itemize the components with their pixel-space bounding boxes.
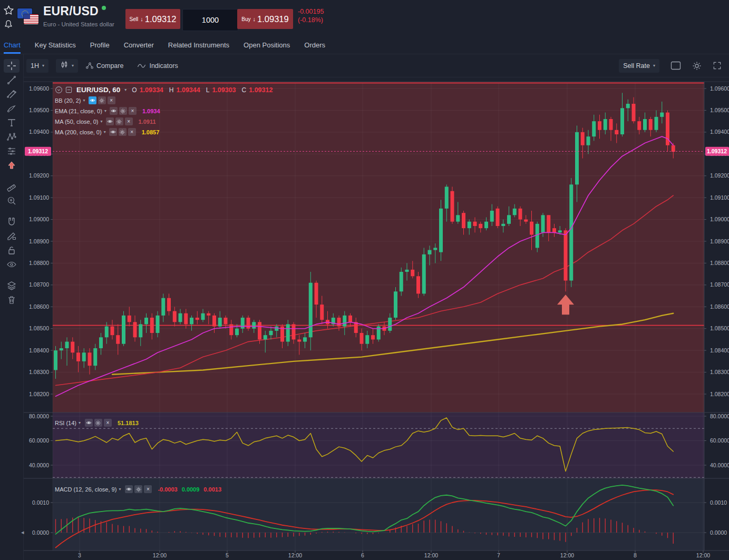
macd-legend: MACD (12, 26, close, 9) ▾ × -0.0003 0.00…	[55, 485, 221, 495]
svg-text:1.09400: 1.09400	[710, 129, 729, 135]
trading-platform: EUR/USD Euro - United States dollar Sell…	[0, 0, 729, 560]
close-icon[interactable]: ×	[104, 419, 112, 427]
svg-text:80.0000: 80.0000	[29, 413, 49, 419]
svg-text:12:00: 12:00	[153, 552, 167, 558]
gear-icon[interactable]	[119, 128, 127, 136]
eye-icon[interactable]	[89, 96, 96, 104]
close-icon[interactable]: ×	[128, 128, 136, 136]
indicator-label-ema[interactable]: EMA (21, close, 0)	[55, 108, 102, 114]
eye-icon[interactable]	[109, 128, 117, 136]
open-value: 1.09334	[140, 86, 163, 94]
svg-text:0.0000: 0.0000	[32, 529, 49, 536]
svg-text:1.08200: 1.08200	[710, 391, 729, 397]
gear-icon[interactable]	[115, 117, 123, 125]
svg-text:1.08500: 1.08500	[710, 325, 729, 331]
svg-text:1.08700: 1.08700	[29, 281, 49, 288]
svg-text:8: 8	[634, 552, 637, 558]
svg-text:1.09312: 1.09312	[707, 148, 727, 154]
svg-text:7: 7	[497, 552, 500, 558]
eye-icon[interactable]	[106, 117, 114, 125]
svg-text:12:00: 12:00	[424, 552, 438, 558]
eye-icon[interactable]	[85, 419, 93, 427]
gear-icon[interactable]	[119, 107, 127, 115]
svg-text:1.09000: 1.09000	[710, 216, 729, 222]
macd-label[interactable]: MACD (12, 26, close, 9)	[55, 486, 116, 493]
chart-canvas[interactable]: 1.096001.096001.095001.095001.094001.094…	[0, 0, 729, 560]
svg-text:1.08300: 1.08300	[29, 369, 49, 375]
svg-text:1.09312: 1.09312	[28, 148, 48, 154]
svg-text:1.09100: 1.09100	[710, 194, 729, 201]
svg-text:1.09100: 1.09100	[29, 194, 49, 201]
rsi-legend: RSI (14) ▾ × 51.1813	[55, 418, 139, 429]
low-value: 1.09303	[212, 86, 236, 94]
legend-symbol[interactable]: EUR/USD, 60	[76, 86, 120, 94]
svg-text:1.09500: 1.09500	[710, 107, 729, 113]
ma50-value: 1.0911	[139, 119, 156, 125]
svg-text:1.08700: 1.08700	[710, 281, 729, 288]
svg-text:1.09200: 1.09200	[710, 172, 729, 179]
svg-text:1.08200: 1.08200	[29, 391, 49, 397]
svg-text:80.0000: 80.0000	[710, 413, 729, 419]
svg-text:1.08900: 1.08900	[710, 238, 729, 244]
gear-icon[interactable]	[134, 485, 142, 493]
eye-icon[interactable]	[125, 485, 133, 493]
svg-text:12:00: 12:00	[560, 552, 574, 558]
svg-text:0.0010: 0.0010	[32, 499, 49, 506]
gear-icon[interactable]	[98, 96, 106, 104]
svg-text:1.08800: 1.08800	[29, 260, 49, 266]
indicator-label-ma200[interactable]: MA (200, close, 0)	[55, 129, 102, 135]
svg-text:1.08500: 1.08500	[29, 325, 49, 331]
gear-icon[interactable]	[94, 419, 102, 427]
svg-text:1.08900: 1.08900	[29, 238, 49, 244]
close-icon[interactable]: ×	[125, 117, 133, 125]
macd-signal-value: 0.0013	[203, 486, 221, 493]
svg-text:0.0010: 0.0010	[710, 499, 727, 506]
svg-text:5: 5	[226, 552, 229, 558]
svg-text:12:00: 12:00	[288, 552, 302, 558]
axis-collapse-button[interactable]: ◂	[21, 529, 24, 536]
ma200-value: 1.0857	[142, 129, 160, 135]
svg-text:1.09600: 1.09600	[710, 85, 729, 92]
svg-text:1.08600: 1.08600	[29, 303, 49, 310]
ohlc-values: O1.09334 H1.09344 L1.09303 C1.09312	[132, 86, 276, 94]
svg-text:1.08400: 1.08400	[710, 347, 729, 353]
indicator-label-bb[interactable]: BB (20, 2)	[55, 97, 81, 104]
ema-value: 1.0934	[142, 108, 160, 114]
legend-collapse-icon[interactable]	[55, 86, 63, 94]
rsi-label[interactable]: RSI (14)	[55, 420, 76, 426]
svg-text:1.09500: 1.09500	[29, 107, 49, 113]
close-icon[interactable]: ×	[129, 107, 137, 115]
chart-legend: EUR/USD, 60 ▾ O1.09334 H1.09344 L1.09303…	[55, 85, 276, 138]
svg-text:6: 6	[361, 552, 364, 558]
close-icon[interactable]: ×	[108, 96, 115, 104]
rsi-value: 51.1813	[118, 420, 139, 426]
svg-text:60.0000: 60.0000	[29, 437, 49, 444]
svg-text:1.08400: 1.08400	[29, 347, 49, 353]
svg-text:1.09200: 1.09200	[29, 172, 49, 179]
svg-text:40.0000: 40.0000	[29, 462, 49, 468]
svg-text:1.09400: 1.09400	[29, 129, 49, 135]
svg-text:40.0000: 40.0000	[710, 462, 729, 468]
legend-minimize-icon[interactable]	[65, 86, 72, 93]
macd-line-value: 0.0009	[182, 486, 200, 493]
indicator-label-ma50[interactable]: MA (50, close, 0)	[55, 119, 99, 125]
svg-text:1.08300: 1.08300	[710, 369, 729, 375]
eye-icon[interactable]	[110, 107, 118, 115]
svg-text:3: 3	[78, 552, 81, 558]
svg-text:1.09000: 1.09000	[29, 216, 49, 222]
svg-text:1.08600: 1.08600	[710, 303, 729, 310]
svg-text:1.09600: 1.09600	[29, 85, 49, 92]
svg-text:12:00: 12:00	[696, 552, 710, 558]
close-icon[interactable]: ×	[144, 485, 152, 493]
svg-text:1.08800: 1.08800	[710, 260, 729, 266]
close-value: 1.09312	[249, 86, 273, 94]
svg-text:60.0000: 60.0000	[710, 437, 729, 444]
chevron-down-icon: ▾	[124, 87, 127, 92]
macd-hist-value: -0.0003	[158, 486, 177, 493]
high-value: 1.09344	[177, 86, 200, 94]
svg-text:0.0000: 0.0000	[710, 529, 727, 536]
